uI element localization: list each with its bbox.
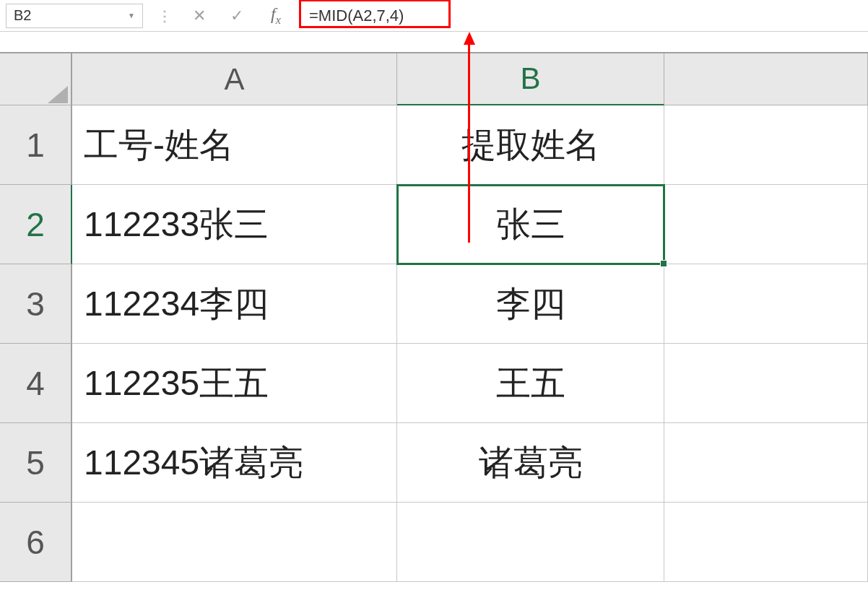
fx-icon[interactable]: fx: [261, 4, 290, 27]
cell-A5[interactable]: 112345诸葛亮: [72, 423, 397, 503]
spreadsheet-grid: A B 1 工号-姓名 提取姓名 2 112233张三 张三 3 112234李…: [0, 53, 868, 582]
cell-B3[interactable]: 李四: [397, 264, 664, 344]
row-header-4[interactable]: 4: [0, 344, 72, 423]
select-all-corner[interactable]: [0, 53, 72, 105]
cell-A1[interactable]: 工号-姓名: [72, 105, 397, 185]
row-header-6[interactable]: 6: [0, 503, 72, 582]
fill-handle[interactable]: [660, 260, 667, 267]
col-header-B[interactable]: B: [397, 53, 664, 105]
cell-C1[interactable]: [664, 105, 868, 185]
row-header-3[interactable]: 3: [0, 264, 72, 344]
cell-B2[interactable]: 张三: [397, 185, 664, 264]
cell-A6[interactable]: [72, 503, 397, 582]
cell-B4[interactable]: 王五: [397, 344, 664, 423]
row-header-1[interactable]: 1: [0, 105, 72, 185]
cell-C2[interactable]: [664, 185, 868, 264]
cell-B6[interactable]: [397, 503, 664, 582]
chevron-down-icon[interactable]: ▼: [128, 12, 135, 19]
cell-B1[interactable]: 提取姓名: [397, 105, 664, 185]
cell-C4[interactable]: [664, 344, 868, 423]
col-header-A[interactable]: A: [72, 53, 397, 105]
cell-A3[interactable]: 112234李四: [72, 264, 397, 344]
cell-B2-value: 张三: [496, 201, 565, 248]
divider-icon: ⋮: [155, 7, 175, 25]
col-header-C[interactable]: [664, 53, 868, 105]
enter-icon[interactable]: ✓: [224, 6, 250, 25]
cell-C3[interactable]: [664, 264, 868, 344]
formula-text: =MID(A2,7,4): [309, 6, 404, 25]
formula-input[interactable]: =MID(A2,7,4): [302, 4, 862, 28]
cell-C6[interactable]: [664, 503, 868, 582]
cancel-icon[interactable]: ✕: [186, 6, 212, 25]
cell-B5[interactable]: 诸葛亮: [397, 423, 664, 503]
grid-top-border: [0, 32, 868, 53]
formula-bar: B2 ▼ ⋮ ✕ ✓ fx =MID(A2,7,4): [0, 0, 868, 32]
cell-A4[interactable]: 112235王五: [72, 344, 397, 423]
name-box[interactable]: B2 ▼: [6, 4, 143, 28]
cell-A2[interactable]: 112233张三: [72, 185, 397, 264]
name-box-value: B2: [14, 7, 31, 24]
cell-C5[interactable]: [664, 423, 868, 503]
row-header-5[interactable]: 5: [0, 423, 72, 503]
row-header-2[interactable]: 2: [0, 185, 72, 264]
